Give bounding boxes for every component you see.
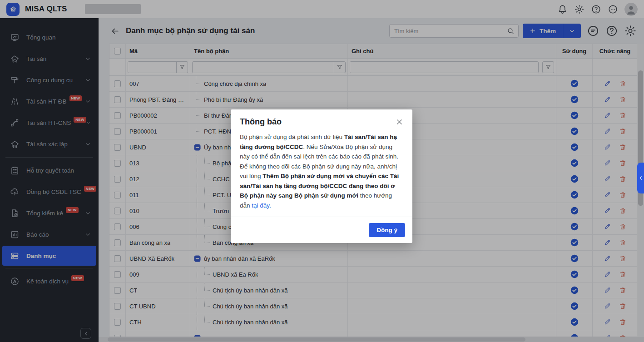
modal-paragraph: Bộ phận sử dụng đã phát sinh dữ liệu Tài… <box>240 132 403 162</box>
dialog-body: Bộ phận sử dụng đã phát sinh dữ liệu Tài… <box>231 131 412 217</box>
help-link[interactable]: tại đây <box>252 202 269 209</box>
dialog-footer: Đồng ý <box>231 217 412 243</box>
close-icon[interactable] <box>396 118 403 126</box>
confirm-button[interactable]: Đồng ý <box>369 223 405 237</box>
dialog-title: Thông báo <box>240 117 282 127</box>
notification-dialog: Thông báo Bộ phận sử dụng đã phát sinh d… <box>231 109 412 243</box>
modal-paragraph: Để không theo dõi các Bộ phận sử dụng nà… <box>240 162 403 211</box>
dialog-header: Thông báo <box>231 109 412 131</box>
chevron-left-icon <box>639 176 643 180</box>
side-panel-toggle[interactable] <box>637 163 644 193</box>
